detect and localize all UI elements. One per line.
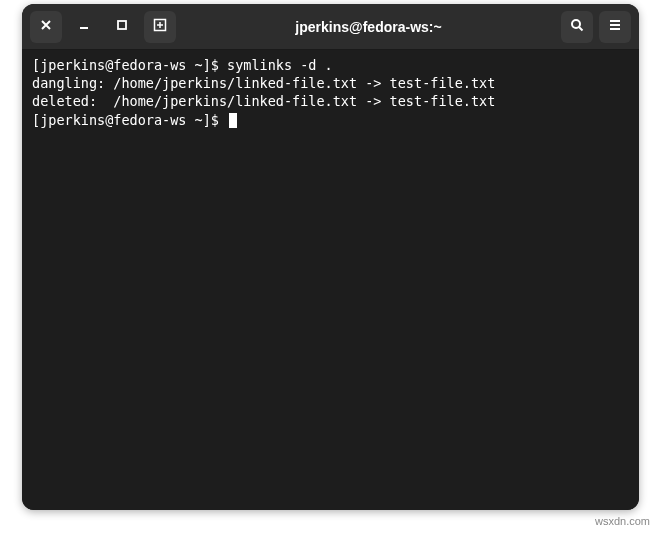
hamburger-icon	[607, 17, 623, 36]
command: symlinks -d .	[227, 57, 333, 73]
output-text: dangling: /home/jperkins/linked-file.txt…	[32, 75, 495, 91]
terminal-window: jperkins@fedora-ws:~ [jperkins@fedora-ws…	[22, 4, 639, 510]
maximize-icon	[114, 17, 130, 36]
terminal-line: deleted: /home/jperkins/linked-file.txt …	[32, 92, 629, 110]
terminal-body[interactable]: [jperkins@fedora-ws ~]$ symlinks -d .dan…	[22, 50, 639, 510]
new-tab-icon	[152, 17, 168, 36]
new-tab-button[interactable]	[144, 11, 176, 43]
titlebar-right	[561, 11, 631, 43]
svg-point-2	[572, 20, 580, 28]
watermark: wsxdn.com	[595, 515, 650, 527]
titlebar: jperkins@fedora-ws:~	[22, 4, 639, 50]
close-button[interactable]	[30, 11, 62, 43]
menu-button[interactable]	[599, 11, 631, 43]
titlebar-left	[30, 11, 176, 43]
prompt: [jperkins@fedora-ws ~]$	[32, 112, 227, 128]
maximize-button[interactable]	[106, 11, 138, 43]
prompt: [jperkins@fedora-ws ~]$	[32, 57, 227, 73]
search-icon	[569, 17, 585, 36]
terminal-line: [jperkins@fedora-ws ~]$ symlinks -d .	[32, 56, 629, 74]
search-button[interactable]	[561, 11, 593, 43]
minimize-icon	[76, 17, 92, 36]
svg-rect-0	[118, 21, 126, 29]
cursor	[229, 113, 237, 128]
terminal-line: [jperkins@fedora-ws ~]$	[32, 111, 629, 129]
output-text: deleted: /home/jperkins/linked-file.txt …	[32, 93, 495, 109]
terminal-line: dangling: /home/jperkins/linked-file.txt…	[32, 74, 629, 92]
minimize-button[interactable]	[68, 11, 100, 43]
close-icon	[38, 17, 54, 36]
window-title: jperkins@fedora-ws:~	[182, 19, 555, 35]
